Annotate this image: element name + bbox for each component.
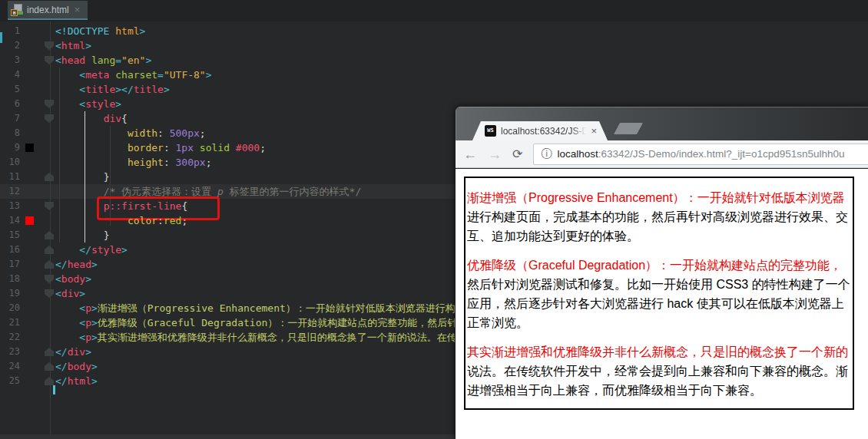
reload-icon[interactable]: ⟳ <box>512 147 522 161</box>
browser-tab-title: localhost:63342/JS-Dem <box>501 126 588 137</box>
page-info-icon[interactable]: ⓘ <box>541 147 552 161</box>
line-number: 15 <box>0 228 20 243</box>
fold-marker-icon[interactable] <box>45 246 54 254</box>
fold-marker-icon[interactable] <box>45 114 54 123</box>
fold-marker-icon[interactable] <box>45 100 54 108</box>
line-number: 5 <box>0 82 20 97</box>
color-swatch[interactable] <box>25 216 34 225</box>
address-bar[interactable]: ⓘ localhost:63342/JS-Demo/index.html?_ij… <box>533 144 868 165</box>
code-line: } <box>55 228 109 243</box>
url-host: localhost <box>557 148 598 160</box>
paragraph: 优雅降级（Graceful Degradation）：一开始就构建站点的完整功能… <box>467 256 851 332</box>
back-icon[interactable]: ← <box>463 147 477 161</box>
code-line: border: 1px solid #000; <box>55 140 266 155</box>
fold-marker-icon[interactable] <box>45 275 54 283</box>
tab-label: index.html <box>27 5 69 15</box>
line-number: 4 <box>0 68 20 82</box>
editor-tab-bar: H index.html × <box>0 0 868 21</box>
fold-marker-icon[interactable] <box>45 377 54 385</box>
fold-marker-icon[interactable] <box>45 289 54 298</box>
code-line: } <box>55 170 109 184</box>
forward-icon[interactable]: → <box>488 147 502 161</box>
line-number: 17 <box>0 257 20 272</box>
color-swatch[interactable] <box>25 144 34 152</box>
line-number: 7 <box>0 111 20 126</box>
code-line: <html> <box>55 38 91 53</box>
gutter-divider <box>50 21 51 434</box>
browser-viewport: 渐进增强（Progressive Enhancement）：一开始就针对低版本浏… <box>456 169 868 439</box>
paragraph: 渐进增强（Progressive Enhancement）：一开始就针对低版本浏… <box>467 188 851 246</box>
line-number: 18 <box>0 272 20 286</box>
browser-window: WS localhost:63342/JS-Dem × ← → ⟳ ⓘ loca… <box>455 106 868 439</box>
line-number: 20 <box>0 301 20 315</box>
close-icon[interactable]: × <box>591 127 597 136</box>
html-file-icon: H <box>11 4 23 16</box>
webstorm-favicon-icon: WS <box>485 125 496 137</box>
line-number: 19 <box>0 286 20 301</box>
fold-marker-icon[interactable] <box>45 348 54 356</box>
fold-marker-icon[interactable] <box>45 173 54 181</box>
code-line: </body> <box>55 359 98 374</box>
close-icon[interactable]: × <box>75 6 81 14</box>
panel-edge-mark <box>0 32 2 43</box>
fold-marker-icon[interactable] <box>45 202 54 210</box>
fold-marker-icon[interactable] <box>45 231 54 239</box>
line-number: 23 <box>0 345 20 359</box>
code-line: </div> <box>55 345 91 359</box>
line-number: 2 <box>0 38 20 53</box>
line-number: 1 <box>0 24 20 38</box>
code-line: </style> <box>55 243 128 257</box>
line-number: 9 <box>0 140 20 155</box>
code-line: </html> <box>55 374 98 388</box>
line-number: 8 <box>0 126 20 140</box>
line-number: 14 <box>0 213 20 228</box>
fold-marker-icon[interactable] <box>45 56 54 64</box>
code-line: div{ <box>55 111 128 126</box>
line-number: 3 <box>0 53 20 68</box>
line-number: 24 <box>0 359 20 374</box>
line-number: 25 <box>0 374 20 388</box>
code-line: height: 300px; <box>55 155 212 170</box>
line-number: 13 <box>0 199 20 213</box>
line-number: 22 <box>0 330 20 345</box>
file-h-badge: H <box>11 9 18 16</box>
url-path: :63342/JS-Demo/index.html?_ijt=o1cpd951s… <box>598 148 845 160</box>
code-line: <!DOCTYPE html> <box>55 24 145 38</box>
editor-bottom-strip <box>0 434 455 439</box>
bordered-div: 渐进增强（Progressive Enhancement）：一开始就针对低版本浏… <box>464 177 854 410</box>
line-number: 16 <box>0 243 20 257</box>
line-number: 11 <box>0 170 20 184</box>
browser-toolbar: ← → ⟳ ⓘ localhost:63342/JS-Demo/index.ht… <box>456 140 868 168</box>
line-number: 21 <box>0 315 20 330</box>
line-number: 10 <box>0 155 20 170</box>
paragraph: 其实渐进增强和优雅降级并非什么新概念，只是旧的概念换了一个新的说法。在传统软件开… <box>467 342 851 400</box>
code-line: /* 伪元素选择器：设置 p 标签里的第一行内容的样式*/ <box>55 184 361 199</box>
fold-marker-icon[interactable] <box>45 41 54 50</box>
fold-marker-icon[interactable] <box>45 260 54 269</box>
fold-marker-icon[interactable] <box>45 362 54 371</box>
screenshot-root: H index.html × 1<!DOCTYPE html>2<html>3<… <box>0 0 868 439</box>
line-number: 6 <box>0 97 20 111</box>
code-line: p::first-line{ <box>55 199 187 213</box>
code-line: </head> <box>55 257 98 272</box>
browser-titlebar[interactable]: WS localhost:63342/JS-Dem × <box>456 107 868 140</box>
new-tab-button[interactable] <box>614 123 643 134</box>
code-line: <body> <box>55 272 91 286</box>
code-line: color:red; <box>55 213 187 228</box>
tab-index-html[interactable]: H index.html × <box>8 1 88 20</box>
code-line: width: 500px; <box>55 126 206 140</box>
code-line: <head lang="en"> <box>55 53 151 68</box>
browser-tab[interactable]: WS localhost:63342/JS-Dem × <box>472 121 608 140</box>
code-line: <div> <box>55 286 85 301</box>
code-line: <style> <box>55 97 121 111</box>
code-line: <meta charset="UTF-8"> <box>55 68 212 82</box>
code-line: <title></title> <box>55 82 170 97</box>
line-number: 12 <box>0 184 20 199</box>
